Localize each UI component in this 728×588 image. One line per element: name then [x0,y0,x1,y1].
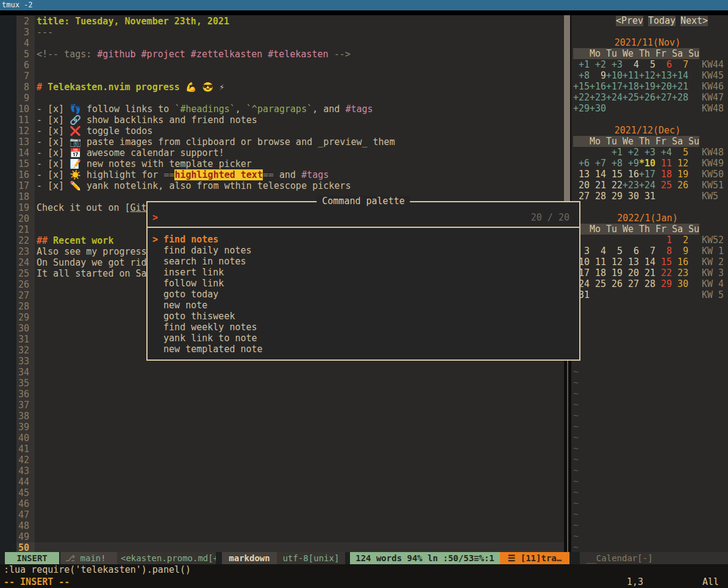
calendar-day[interactable]: 7 [672,59,688,70]
editor-line[interactable]: 2title: Tuesday, November 23th, 2021 [16,16,564,27]
calendar-day[interactable]: 9 [672,246,688,257]
editor-line[interactable]: 37 [16,400,564,411]
calendar-day[interactable]: 5 [639,59,655,70]
calendar-day[interactable]: +23 [623,180,639,191]
palette-item-find-weekly-notes[interactable]: find weekly notes [152,322,579,333]
calendar-day[interactable]: 28 [590,191,606,202]
calendar-day[interactable]: +23 [590,92,606,103]
editor-line[interactable]: 35 [16,378,564,389]
calendar-day[interactable]: 26 [672,180,688,191]
calendar-day[interactable]: 12 [606,257,623,267]
calendar-day[interactable]: +14 [672,70,688,81]
calendar-day[interactable]: +1 [573,59,590,70]
calendar-day[interactable]: +16 [590,81,606,92]
editor-line[interactable]: 6 [16,60,564,71]
calendar-day[interactable]: 14 [639,257,655,267]
editor-line[interactable]: 12- [x] ❌ toggle todos [16,126,564,136]
editor-line[interactable]: 44 [16,476,564,487]
calendar-day[interactable]: +6 [573,158,590,169]
calendar-day[interactable]: +8 [573,70,590,81]
palette-item-yank-link-to-note[interactable]: yank link to note [152,333,579,344]
calendar-day[interactable]: 29 [606,191,623,202]
calendar-day[interactable]: 20 [573,180,590,191]
palette-item-find-notes[interactable]: > find notes [152,234,579,245]
next-button[interactable]: Next> [680,16,708,26]
calendar-day[interactable]: +30 [590,103,606,114]
calendar-day[interactable]: +21 [672,81,688,92]
calendar-day[interactable]: 1 [655,235,672,246]
calendar-day[interactable]: +13 [655,70,672,81]
calendar-day[interactable]: 27 [573,191,590,202]
editor-line[interactable]: 40 [16,433,564,444]
calendar-day[interactable]: 13 [573,169,590,180]
calendar-day[interactable]: +24 [606,92,623,103]
editor-line[interactable]: 14- [x] 📅 awesome calendar support! [16,147,564,158]
calendar-day[interactable]: 14 [590,169,606,180]
calendar-day[interactable]: 29 [655,278,672,289]
palette-item-goto-thisweek[interactable]: goto thisweek [152,311,579,322]
editor-line[interactable]: 9 [16,93,564,104]
calendar-day[interactable]: 31 [639,191,655,202]
calendar-day[interactable]: +22 [573,92,590,103]
palette-item-insert-link[interactable]: insert link [152,267,579,278]
calendar-day[interactable]: +3 [606,59,623,70]
calendar-day[interactable]: +25 [623,92,639,103]
palette-item-new-note[interactable]: new note [152,300,579,311]
palette-item-find-daily-notes[interactable]: find daily notes [152,245,579,256]
calendar-day[interactable]: 6 [655,59,672,70]
calendar-day[interactable]: 30 [672,278,688,289]
editor-line[interactable]: 43 [16,466,564,476]
calendar-day[interactable]: 16 [672,257,688,267]
editor-line[interactable]: 3--- [16,27,564,38]
calendar-day[interactable]: +17 [606,81,623,92]
calendar-day[interactable]: +28 [672,92,688,103]
palette-item-new-templated-note[interactable]: new templated note [152,344,579,355]
palette-prompt[interactable]: > 20 / 20 [148,212,579,223]
calendar-day[interactable]: +29 [573,103,590,114]
editor-line[interactable]: 39 [16,422,564,433]
editor-line[interactable]: 15- [x] 📝 new notes with template picker [16,158,564,169]
palette-item-search-in-notes[interactable]: search in notes [152,256,579,267]
calendar-day[interactable]: 21 [639,267,655,278]
calendar-day[interactable]: 25 [655,180,672,191]
calendar-day[interactable]: +8 [606,158,623,169]
calendar-day[interactable]: 4 [623,59,639,70]
calendar-day[interactable]: 11 [590,257,606,267]
calendar-day[interactable]: 16 [623,169,639,180]
editor-line[interactable]: 16- [x] ☀️ highlight for ==highlighted t… [16,169,564,180]
calendar-day[interactable]: 7 [639,246,655,257]
calendar-day[interactable]: +18 [623,81,639,92]
editor-line[interactable]: 47 [16,509,564,520]
editor-line[interactable]: 7 [16,71,564,82]
calendar-day[interactable]: 18 [590,267,606,278]
calendar-day[interactable]: +11 [623,70,639,81]
calendar-day[interactable]: +26 [639,92,655,103]
calendar-day[interactable]: +3 [639,147,655,158]
editor-line[interactable]: 13- [x] 📷 paste images from clipboard or… [16,136,564,147]
calendar-day[interactable]: 5 [672,147,688,158]
calendar-day[interactable]: 28 [639,278,655,289]
calendar-day[interactable]: *10 [639,158,655,169]
calendar-day[interactable]: +9 [623,158,639,169]
editor-line[interactable]: 42 [16,455,564,466]
calendar-day[interactable]: 30 [623,191,639,202]
calendar-day[interactable]: +12 [639,70,655,81]
calendar-day[interactable]: 2 [672,235,688,246]
editor-line[interactable]: 38 [16,411,564,422]
prev-button[interactable]: <Prev [616,16,643,26]
calendar-day[interactable]: +1 [606,147,623,158]
calendar-day[interactable]: +19 [639,81,655,92]
calendar-day[interactable]: 20 [623,267,639,278]
calendar-day[interactable]: +27 [655,92,672,103]
today-button[interactable]: Today [648,16,676,26]
calendar-day[interactable]: 11 [655,158,672,169]
editor-line[interactable]: 17- [x] ✏️ yank notelink, also from wthi… [16,180,564,191]
editor-line[interactable]: 10- [x] 👣 follow links to `#headings`, `… [16,104,564,115]
calendar-day[interactable]: 15 [655,257,672,267]
calendar-day[interactable]: 18 [655,169,672,180]
calendar-day[interactable]: 12 [672,158,688,169]
editor-line[interactable]: 8# Telekasten.nvim progress 💪 😎 ⚡ [16,82,564,93]
calendar-day[interactable]: 21 [590,180,606,191]
calendar-day[interactable]: +2 [590,59,606,70]
calendar-day[interactable]: 27 [623,278,639,289]
